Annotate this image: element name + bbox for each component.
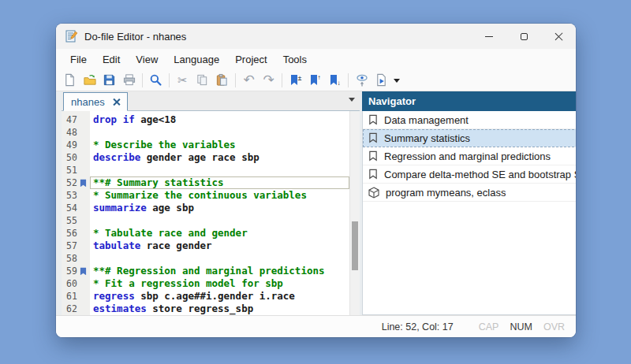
tab-list-dropdown-icon[interactable] — [349, 98, 355, 105]
do-file-editor-icon — [64, 29, 78, 43]
cut-icon[interactable]: ✂ — [173, 71, 192, 90]
minimize-button[interactable] — [472, 24, 506, 49]
paste-icon[interactable] — [212, 71, 232, 90]
window-title: Do-file Editor - nhanes — [84, 31, 186, 43]
navigator-item-label: Regression and marginal predictions — [384, 150, 551, 162]
line-number: 51 — [62, 164, 90, 176]
minimize-icon — [485, 36, 493, 37]
find-icon[interactable] — [146, 71, 166, 90]
gutter-bookmark-icon — [80, 267, 87, 276]
menu-edit[interactable]: Edit — [95, 51, 128, 68]
tab-label: nhanes — [71, 96, 105, 108]
tab-close-icon[interactable] — [113, 98, 120, 106]
close-button[interactable] — [541, 24, 576, 49]
bookmark-icon — [368, 169, 378, 180]
tab-nhanes[interactable]: nhanes — [63, 92, 128, 111]
do-dropdown-icon[interactable] — [391, 71, 401, 90]
bookmark-icon — [368, 132, 378, 143]
code-line-61[interactable]: regress sbp c.age##i.gender i.race — [90, 290, 349, 303]
bookmark-icon — [368, 150, 378, 162]
code-line-59[interactable]: **# Regression and marginal predictions — [90, 265, 349, 277]
line-number: 56 — [62, 227, 90, 240]
menu-file[interactable]: File — [62, 51, 95, 68]
navigator-item[interactable]: program mymeans, eclass — [363, 184, 576, 202]
toolbar: ✂↶↷±↑↓ — [56, 69, 576, 91]
code-line-58[interactable] — [90, 252, 349, 265]
menu-tools[interactable]: Tools — [275, 51, 315, 68]
program-icon — [368, 187, 379, 199]
navigator-item-label: Summary statistics — [384, 132, 470, 144]
code-line-50[interactable]: describe gender age race sbp — [90, 151, 349, 164]
code-line-51[interactable] — [90, 164, 349, 176]
new-file-icon[interactable] — [60, 71, 80, 90]
code-line-60[interactable]: * Fit a regression model for sbp — [90, 277, 349, 290]
menu-view[interactable]: View — [128, 51, 166, 68]
code-line-53[interactable]: * Summarize the continuous variables — [90, 189, 349, 202]
line-number: 55 — [62, 214, 90, 227]
do-file-editor-window: Do-file Editor - nhanes FileEditViewLang… — [56, 24, 576, 337]
line-number: 54 — [62, 202, 90, 214]
undo-icon[interactable]: ↶ — [239, 71, 259, 90]
indicator-ovr: OVR — [543, 321, 565, 332]
toolbar-separator — [142, 73, 143, 87]
open-file-icon[interactable] — [80, 71, 99, 90]
menu-bar: FileEditViewLanguageProjectTools — [56, 49, 576, 69]
line-number: 60 — [62, 277, 90, 290]
code-line-52[interactable]: **# Summary statistics — [90, 176, 349, 189]
navigator-item-label: Compare delta-method SE and bootstrap SE… — [384, 169, 576, 180]
line-number: 53 — [62, 189, 90, 202]
gutter-bookmark-icon — [80, 179, 87, 188]
toolbar-separator — [169, 73, 170, 87]
toolbar-separator — [348, 73, 349, 87]
copy-icon[interactable] — [192, 71, 212, 90]
title-bar[interactable]: Do-file Editor - nhanes — [56, 24, 576, 49]
run-icon[interactable] — [352, 71, 372, 90]
line-number: 61 — [62, 290, 90, 303]
bookmark-toggle-icon[interactable]: ± — [286, 71, 305, 90]
navigator-item[interactable]: Compare delta-method SE and bootstrap SE… — [363, 165, 576, 184]
save-file-icon[interactable] — [99, 71, 119, 90]
code-line-55[interactable] — [90, 214, 349, 227]
navigator-item-label: program mymeans, eclass — [386, 187, 506, 199]
code-editor: 47484950515253545556575859606162 drop if… — [62, 111, 360, 315]
code-line-54[interactable]: summarize age sbp — [90, 202, 349, 214]
maximize-icon — [521, 33, 528, 40]
menu-language[interactable]: Language — [166, 51, 227, 68]
maximize-button[interactable] — [506, 24, 541, 49]
indicator-cap: CAP — [479, 321, 499, 332]
do-icon[interactable] — [372, 71, 391, 90]
toolbar-separator — [235, 73, 236, 87]
navigator-list: Data managementSummary statisticsRegress… — [362, 111, 576, 315]
main-area: nhanes 47484950515253545556575859606162 … — [56, 91, 576, 315]
line-number: 48 — [62, 126, 90, 139]
menu-project[interactable]: Project — [227, 51, 274, 68]
navigator-item[interactable]: Summary statistics — [363, 129, 576, 147]
editor-code[interactable]: drop if age<18* Describe the variablesde… — [90, 111, 349, 315]
desktop-background: Do-file Editor - nhanes FileEditViewLang… — [0, 0, 631, 364]
editor-scrollbar[interactable] — [349, 111, 360, 315]
editor-gutter: 47484950515253545556575859606162 — [62, 111, 90, 315]
code-line-56[interactable]: * Tabulate race and gender — [90, 227, 349, 240]
bookmark-next-icon[interactable]: ↓ — [325, 71, 345, 90]
editor-scrollbar-thumb[interactable] — [352, 221, 358, 270]
navigator-item-label: Data management — [384, 114, 469, 126]
code-line-49[interactable]: * Describe the variables — [90, 139, 349, 151]
indicator-num: NUM — [510, 321, 532, 332]
code-line-48[interactable] — [90, 126, 349, 139]
print-icon[interactable] — [119, 71, 139, 90]
code-line-47[interactable]: drop if age<18 — [90, 113, 349, 126]
bookmark-icon — [368, 114, 378, 125]
navigator-item[interactable]: Regression and marginal predictions — [363, 147, 576, 165]
line-number: 49 — [62, 139, 90, 151]
svg-text:↑: ↑ — [317, 74, 320, 81]
tab-bar: nhanes — [62, 91, 360, 111]
line-number: 58 — [62, 252, 90, 265]
editor-pane: nhanes 47484950515253545556575859606162 … — [62, 91, 360, 315]
code-line-57[interactable]: tabulate race gender — [90, 240, 349, 252]
code-line-62[interactable]: estimates store regress_sbp — [90, 303, 349, 315]
navigator-panel: Navigator Data managementSummary statist… — [362, 91, 576, 315]
navigator-item[interactable]: Data management — [363, 111, 576, 129]
redo-icon[interactable]: ↷ — [259, 71, 278, 90]
svg-text:±: ± — [297, 74, 301, 82]
bookmark-previous-icon[interactable]: ↑ — [305, 71, 325, 90]
